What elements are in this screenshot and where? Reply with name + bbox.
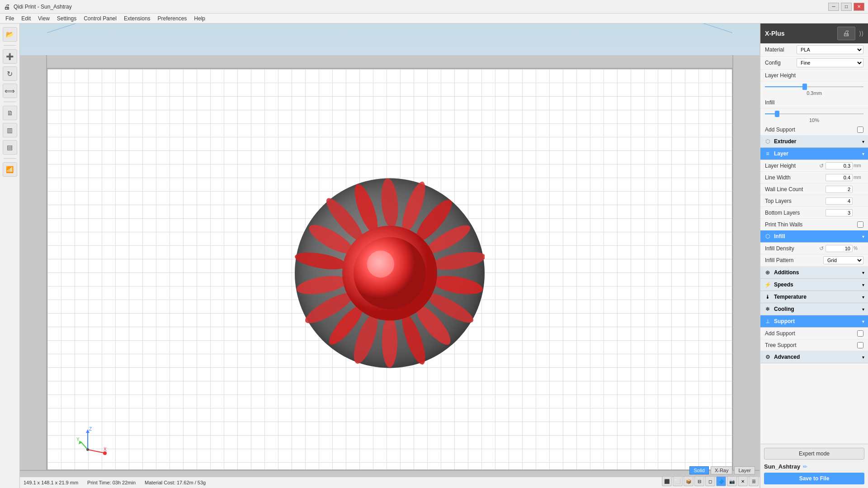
menu-control-panel[interactable]: Control Panel [80,14,120,23]
add-support-checkbox[interactable] [857,330,863,337]
view-solid-tab[interactable]: Solid [689,466,708,474]
config-select[interactable]: Fine [797,58,863,67]
open-file-button[interactable]: 📂 [3,27,17,42]
top-layers-label: Top Layers [765,198,826,204]
add-object-button[interactable]: ➕ [3,49,17,64]
extruder-section-header[interactable]: ⬡ Extruder ▾ [760,136,868,148]
cooling-section-header[interactable]: ❄ Cooling ▾ [760,303,868,315]
menu-preferences[interactable]: Preferences [154,14,191,23]
wire-view-icon[interactable]: ⬜ [673,476,683,486]
svg-point-30 [86,448,89,451]
bottom-layers-input[interactable] [826,209,853,216]
viewport-background: Z Y X Solid X-Ray Layer [20,23,760,488]
infill-track [765,110,863,117]
advanced-section-header[interactable]: ⚙ Advanced ▾ [760,351,868,363]
material-select[interactable]: PLA [797,45,863,54]
infill-pattern-select[interactable]: Grid Lines Triangles Honeycomb [823,256,863,264]
support-section-label: Support [774,318,862,324]
layer-height-reset[interactable]: ↺ [819,163,824,169]
infill-density-row: Infill Density ↺ % [760,243,868,254]
printer-icon: 🖨 [843,29,850,38]
group-button[interactable]: ▥ [3,123,17,137]
section-icon[interactable]: ⊟ [694,476,704,486]
line-width-input[interactable] [826,174,853,181]
advanced-arrow: ▾ [862,355,864,360]
view-xray-tab[interactable]: X-Ray [711,466,733,474]
additions-icon: ⊕ [764,269,771,276]
layer-height-input[interactable] [826,162,853,169]
speeds-section-header[interactable]: ⚡ Speeds ▾ [760,279,868,291]
maximize-button[interactable]: □ [841,3,852,11]
window-controls[interactable]: ─ □ ✕ [828,3,864,11]
top-layers-row: Top Layers [760,195,868,207]
add-support-quick-label: Add Support [765,127,857,133]
top-layers-input[interactable] [826,197,853,205]
menu-extensions[interactable]: Extensions [120,14,154,23]
layer-height-thumb[interactable] [802,84,807,90]
expert-mode-button[interactable]: Expert mode [764,448,864,460]
menu-edit[interactable]: Edit [18,14,34,23]
line-width-unit: mm [854,175,863,180]
bed-frame-left [20,55,47,470]
menu-help[interactable]: Help [190,14,209,23]
menu-settings[interactable]: Settings [53,14,80,23]
titlebar: 🖨 Qidi Print - Sun_Ashtray ─ □ ✕ [0,0,868,14]
wifi-button[interactable]: 📶 [3,162,17,177]
layer-section-header[interactable]: ≡ Layer ▾ [760,148,868,160]
print-time-text: Print Time: 03h 22min [87,480,136,485]
svg-point-4 [431,249,485,273]
cooling-label: Cooling [774,306,862,312]
filename-area: Sun_Ashtray ✏ [764,463,864,470]
infill-pattern-label: Infill Pattern [765,257,823,263]
infill-density-input[interactable] [826,245,853,252]
viewport[interactable]: Z Y X Solid X-Ray Layer [20,23,760,488]
svg-point-13 [295,272,349,297]
delete-icon[interactable]: ✕ [738,476,748,486]
solid-view-icon[interactable]: ⬛ [662,476,672,486]
camera-icon[interactable]: 📷 [727,476,737,486]
print-bed [47,69,732,470]
additions-label: Additions [774,269,862,276]
minimize-button[interactable]: ─ [828,3,839,11]
infill-pattern-row: Infill Pattern Grid Lines Triangles Hone… [760,254,868,267]
save-to-file-button[interactable]: Save to File [764,473,864,484]
tree-support-checkbox[interactable] [857,342,863,348]
additions-section-header[interactable]: ⊕ Additions ▾ [760,267,868,279]
view-tabs: Solid X-Ray Layer [689,466,755,474]
add-support-quick-checkbox[interactable] [857,127,863,133]
temperature-section-header[interactable]: 🌡 Temperature ▾ [760,291,868,303]
mirror-button[interactable]: ⟺ [3,84,17,98]
face-icon[interactable]: ◻ [705,476,715,486]
toolbar-divider-3 [4,158,16,159]
menu-file[interactable]: File [2,14,18,23]
menubar: File Edit View Settings Control Panel Ex… [0,14,868,23]
infill-section-header[interactable]: ⬡ Infill ▾ [760,230,868,243]
expand-panel-button[interactable]: ⟩⟩ [859,30,863,37]
layers-stack-icon[interactable]: ☰ [749,476,759,486]
close-button[interactable]: ✕ [854,3,864,11]
sun-model[interactable] [295,178,485,368]
layer-icon-active[interactable]: 🔷 [716,476,726,486]
infill-arrow: ▾ [862,234,864,239]
line-width-row: Line Width mm [760,172,868,183]
bottom-layers-row: Bottom Layers [760,207,868,219]
print-thin-walls-row: Print Thin Walls [760,219,868,230]
edit-filename-icon[interactable]: ✏ [803,464,807,470]
panel-header: X-Plus 🖨 ⟩⟩ [760,23,868,43]
infill-thumb[interactable] [775,111,779,117]
bottom-layers-label: Bottom Layers [765,210,826,216]
sun-rays-svg [295,178,485,368]
wall-line-count-row: Wall Line Count [760,183,868,195]
bed-frame-top [20,55,760,69]
view-layer-tab[interactable]: Layer [734,466,755,474]
wall-line-count-input[interactable] [826,186,853,193]
settings-scroll[interactable]: Material PLA Config Fine Layer Height [760,43,868,444]
support-section-header[interactable]: ⊥ Support ▾ [760,315,868,328]
box-icon[interactable]: 📦 [684,476,693,486]
rotate-button[interactable]: ↻ [3,66,17,81]
model-view-button[interactable]: 🗎 [3,106,17,120]
infill-density-reset[interactable]: ↺ [819,245,824,252]
ungroup-button[interactable]: ▤ [3,140,17,155]
print-thin-walls-checkbox[interactable] [857,221,863,228]
menu-view[interactable]: View [34,14,53,23]
